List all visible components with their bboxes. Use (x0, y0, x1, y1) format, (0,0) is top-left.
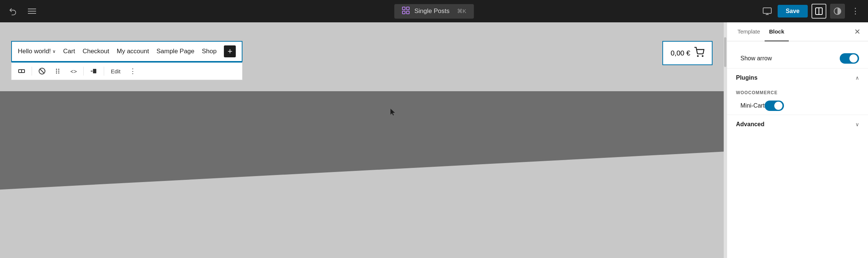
top-bar: Single Posts ⌘K Save ⋮ (0, 0, 868, 22)
svg-rect-5 (402, 11, 405, 13)
toolbar-separator-2 (83, 67, 84, 76)
mini-cart-row: Mini-Cart (727, 97, 868, 115)
svg-line-16 (40, 69, 44, 73)
plugins-title: Plugins (736, 74, 758, 81)
svg-point-19 (56, 71, 57, 72)
svg-point-26 (702, 55, 703, 56)
menu-button[interactable] (25, 4, 39, 18)
toolbar-separator-3 (104, 67, 104, 76)
block-type-button[interactable] (15, 64, 29, 78)
svg-rect-7 (763, 8, 771, 13)
canvas-area: Hello world! ∨ Cart Checkout My account … (0, 22, 724, 258)
save-button[interactable]: Save (778, 5, 808, 17)
svg-rect-6 (406, 11, 409, 13)
split-view-button[interactable] (811, 4, 826, 19)
top-bar-left (6, 4, 39, 18)
scrollbar-track[interactable] (724, 22, 727, 258)
desktop-view-button[interactable] (761, 4, 774, 18)
contrast-button[interactable] (830, 4, 845, 19)
nav-block-wrapper: Hello world! ∨ Cart Checkout My account … (11, 41, 242, 80)
canvas-background (0, 91, 724, 258)
disable-button[interactable] (35, 64, 49, 78)
svg-rect-23 (93, 69, 96, 73)
svg-point-21 (56, 73, 57, 74)
svg-point-20 (58, 71, 60, 72)
plugins-collapse-icon: ∧ (855, 75, 859, 81)
edit-button[interactable]: Edit (107, 67, 124, 76)
svg-point-17 (56, 69, 57, 70)
add-nav-item-button[interactable]: + (224, 45, 236, 57)
nav-item-label: Hello world! (18, 48, 51, 55)
top-bar-right: Save ⋮ (761, 4, 862, 19)
sidebar-content: Show arrow Plugins ∧ WOOCOMMERCE Mini-Ca… (727, 41, 868, 258)
show-arrow-row: Show arrow (736, 53, 859, 64)
mini-cart-label: Mini-Cart (740, 102, 765, 109)
woocommerce-label: WOOCOMMERCE (727, 87, 868, 97)
page-title: Single Posts (414, 7, 450, 15)
cart-icon (694, 47, 704, 59)
advanced-label: Advanced (736, 121, 764, 128)
svg-rect-4 (406, 7, 409, 9)
more-block-options-button[interactable]: ⋮ (126, 64, 140, 78)
show-arrow-toggle[interactable] (840, 53, 859, 64)
nav-item-my-account[interactable]: My account (117, 48, 149, 55)
sidebar-tabs: Template Block ✕ (727, 22, 868, 41)
keyboard-shortcut: ⌘K (457, 8, 466, 15)
main-area: Hello world! ∨ Cart Checkout My account … (0, 22, 868, 258)
svg-rect-3 (402, 7, 405, 9)
undo-button[interactable] (6, 4, 19, 18)
svg-point-18 (58, 69, 60, 70)
nav-item-hello-world[interactable]: Hello world! ∨ (18, 48, 56, 55)
tab-block[interactable]: Block (765, 22, 789, 41)
nav-item-cart[interactable]: Cart (63, 48, 75, 55)
block-toolbar: < > Edit ⋮ (11, 62, 242, 80)
dropdown-chevron-icon: ∨ (52, 49, 56, 54)
tab-template[interactable]: Template (733, 22, 765, 41)
mini-cart-toggle[interactable] (765, 101, 784, 111)
top-bar-center: Single Posts ⌘K (394, 4, 474, 19)
cart-price: 0,00 € (671, 49, 690, 57)
svg-point-25 (697, 55, 698, 56)
nav-item-checkout[interactable]: Checkout (83, 48, 109, 55)
plugins-section: Plugins ∧ WOOCOMMERCE Mini-Cart (727, 69, 868, 115)
sidebar: Template Block ✕ Show arrow Plugins ∧ (727, 22, 868, 258)
more-options-button[interactable]: ⋮ (849, 4, 862, 18)
advanced-expand-icon: ∨ (855, 121, 859, 127)
align-right-button[interactable] (87, 64, 101, 78)
nav-item-sample-page[interactable]: Sample Page (157, 48, 195, 55)
advanced-section[interactable]: Advanced ∨ (727, 115, 868, 134)
show-arrow-section: Show arrow (727, 49, 868, 69)
drag-button[interactable] (51, 64, 65, 78)
svg-point-22 (58, 73, 60, 74)
page-icon (402, 6, 410, 16)
plugins-header[interactable]: Plugins ∧ (727, 69, 868, 87)
show-arrow-label: Show arrow (740, 55, 840, 62)
scrollbar-thumb[interactable] (724, 37, 726, 67)
toolbar-separator-1 (32, 67, 32, 76)
navigation-block: Hello world! ∨ Cart Checkout My account … (11, 41, 242, 62)
arrows-button[interactable]: < > (66, 64, 80, 78)
cursor (390, 109, 396, 116)
cart-block[interactable]: 0,00 € (662, 41, 713, 65)
sidebar-close-button[interactable]: ✕ (853, 26, 862, 38)
nav-item-shop[interactable]: Shop (202, 48, 217, 55)
